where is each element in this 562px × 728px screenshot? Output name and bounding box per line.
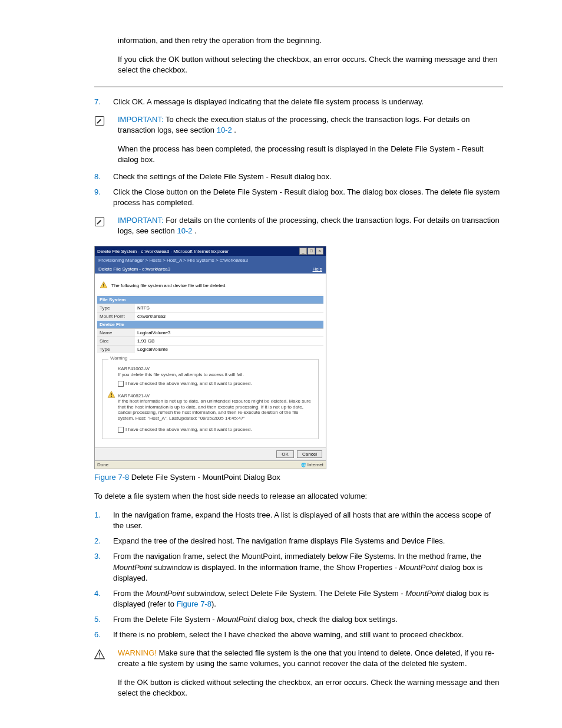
window-title: Delete File System - c:\work\area3 - Mic… xyxy=(97,249,229,254)
proceed-checkbox-1[interactable]: I have checked the above warning, and st… xyxy=(118,381,313,387)
step-body: From the Delete File System - MountPoint… xyxy=(113,614,503,625)
warning-legend: Warning xyxy=(108,355,130,361)
step-number: 2. xyxy=(94,536,113,546)
maximize-button[interactable]: □ xyxy=(308,248,315,255)
step-body: Check the settings of the Delete File Sy… xyxy=(113,172,503,182)
lead-paragraph: To delete a file system when the host si… xyxy=(94,491,503,502)
important-text-a: To check the execution status of the pro… xyxy=(118,115,470,134)
warning-2: KARF40821-W If the host information is n… xyxy=(118,393,313,421)
warning-message: If the host information is not up to dat… xyxy=(118,398,313,421)
important-body: IMPORTANT: For details on the contents o… xyxy=(118,215,503,236)
svg-rect-4 xyxy=(111,393,111,396)
table-row: Mount Pointc:\work\area3 xyxy=(97,312,323,321)
step-6: 6. If there is no problem, select the I … xyxy=(94,630,503,640)
svg-rect-2 xyxy=(103,284,104,286)
cell-label: Name xyxy=(97,329,135,337)
step-number: 6. xyxy=(94,630,113,640)
ordered-list-a: 7. Click OK. A message is displayed indi… xyxy=(59,97,503,107)
cell-label: Mount Point xyxy=(97,312,135,321)
section-header-devicefile: Device File xyxy=(97,320,323,328)
step-number: 1. xyxy=(94,510,113,531)
top-warning-text: The following file system and device fil… xyxy=(111,283,227,288)
step-number: 8. xyxy=(94,172,113,182)
cell-label: Type xyxy=(97,345,135,354)
warning-note: WARNING! Make sure that the selected fil… xyxy=(94,648,503,699)
step-8: 8. Check the settings of the Delete File… xyxy=(94,172,503,182)
dialog-window: Delete File System - c:\work\area3 - Mic… xyxy=(94,246,326,469)
section-header-filesystem: File System xyxy=(97,295,323,304)
cell-label: Type xyxy=(97,304,135,312)
step-body: Click the Close button on the Delete Fil… xyxy=(113,187,503,208)
checkbox-icon[interactable] xyxy=(118,427,124,433)
step-9: 9. Click the Close button on the Delete … xyxy=(94,187,503,208)
step-2: 2. Expand the tree of the desired host. … xyxy=(94,536,503,546)
svg-rect-7 xyxy=(99,656,100,657)
cancel-button[interactable]: Cancel xyxy=(297,450,322,458)
ok-button[interactable]: OK xyxy=(276,450,294,458)
step-1: 1. In the navigation frame, expand the H… xyxy=(94,510,503,531)
divider xyxy=(94,87,503,87)
figure-number: Figure 7-8 xyxy=(94,473,129,482)
important-label: IMPORTANT: xyxy=(118,216,164,225)
status-done: Done xyxy=(97,462,108,467)
cell-value: LogicalVolume xyxy=(135,345,323,354)
svg-rect-3 xyxy=(103,286,104,287)
minimize-button[interactable]: _ xyxy=(299,248,307,255)
warning-triangle-icon xyxy=(94,649,106,699)
close-button[interactable]: × xyxy=(316,248,323,255)
warning-message: If you delete this file system, all atte… xyxy=(118,372,313,378)
important-follow: When the process has been completed, the… xyxy=(118,144,503,165)
step-body: Expand the tree of the desired host. The… xyxy=(113,536,503,546)
warning-box: Warning KARF41002-W If you delete this f… xyxy=(102,359,319,439)
section-link-10-2[interactable]: 10-2 xyxy=(217,126,232,134)
important-label: IMPORTANT: xyxy=(118,115,164,124)
figure-title: Delete File System - MountPoint Dialog B… xyxy=(129,473,280,482)
figure-caption: Figure 7-8 Delete File System - MountPoi… xyxy=(94,473,503,482)
step-number: 5. xyxy=(94,614,113,625)
cell-label: Size xyxy=(97,337,135,345)
proceed-checkbox-2[interactable]: I have checked the above warning, and st… xyxy=(118,427,313,433)
dialog-buttons: OK Cancel xyxy=(95,447,326,460)
step-body: From the MountPoint subwindow, select De… xyxy=(113,588,503,610)
page-content: information, and then retry the operatio… xyxy=(0,0,562,728)
cell-value: c:\work\area3 xyxy=(135,312,323,321)
ordered-list-b: 1. In the navigation frame, expand the H… xyxy=(59,510,503,641)
note-pencil-icon xyxy=(94,216,106,236)
warning-label: WARNING! xyxy=(118,648,157,657)
window-controls: _□× xyxy=(299,248,323,255)
cell-value: LogicalVolume3 xyxy=(135,329,323,337)
warning-code: KARF40821-W xyxy=(118,393,313,399)
warning-follow: If the OK button is clicked without sele… xyxy=(118,677,503,699)
filesystem-table: TypeNTFS Mount Pointc:\work\area3 xyxy=(97,304,323,320)
breadcrumb: Provisioning Manager > Hosts > Host_A > … xyxy=(95,256,326,265)
important-period: . xyxy=(232,126,236,134)
step-number: 9. xyxy=(94,187,113,208)
dialog-header: Delete File System - c:\work\area3 Help xyxy=(95,265,326,274)
warning-body: WARNING! Make sure that the selected fil… xyxy=(118,648,503,699)
important-note-1: IMPORTANT: To check the execution status… xyxy=(94,114,503,166)
intro-paragraph-1: information, and then retry the operatio… xyxy=(118,35,503,46)
note-pencil-icon xyxy=(94,116,106,166)
checkbox-label: I have checked the above warning, and st… xyxy=(125,427,252,432)
dialog-title: Delete File System - c:\work\area3 xyxy=(98,266,170,272)
help-link[interactable]: Help xyxy=(313,266,322,272)
top-warning-row: The following file system and device fil… xyxy=(97,276,323,295)
table-row: TypeNTFS xyxy=(97,304,323,312)
dialog-screenshot: Delete File System - c:\work\area3 - Mic… xyxy=(94,246,503,469)
figure-link-7-8[interactable]: Figure 7-8 xyxy=(177,599,211,608)
checkbox-label: I have checked the above warning, and st… xyxy=(125,381,252,386)
devicefile-table: NameLogicalVolume3 Size1.93 GB TypeLogic… xyxy=(97,328,323,353)
svg-rect-5 xyxy=(111,396,111,397)
cell-value: 1.93 GB xyxy=(135,337,323,345)
svg-rect-6 xyxy=(99,653,100,655)
step-number: 7. xyxy=(94,97,113,107)
window-title-bar: Delete File System - c:\work\area3 - Mic… xyxy=(95,246,326,256)
section-link-10-2[interactable]: 10-2 xyxy=(177,226,192,235)
step-number: 4. xyxy=(94,588,113,610)
warning-code: KARF41002-W xyxy=(118,366,313,372)
step-body: Click OK. A message is displayed indicat… xyxy=(113,97,503,107)
important-note-2: IMPORTANT: For details on the contents o… xyxy=(94,215,503,236)
step-5: 5. From the Delete File System - MountPo… xyxy=(94,614,503,625)
step-3: 3. From the navigation frame, select the… xyxy=(94,551,503,584)
checkbox-icon[interactable] xyxy=(118,381,124,387)
